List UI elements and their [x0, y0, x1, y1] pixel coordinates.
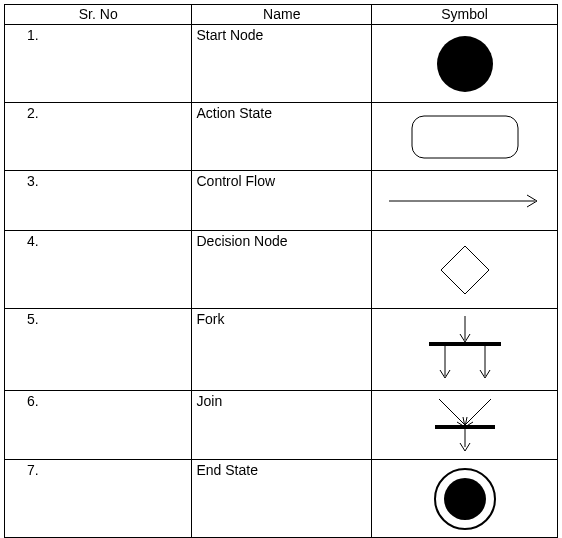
- svg-line-9: [465, 399, 491, 425]
- svg-rect-1: [412, 116, 518, 158]
- uml-symbols-table: Sr. No Name Symbol 1. Start Node 2. Acti…: [4, 4, 558, 538]
- svg-point-0: [437, 36, 493, 92]
- table-row: 2. Action State: [5, 103, 558, 171]
- table-row: 1. Start Node: [5, 25, 558, 103]
- cell-name: Fork: [192, 309, 372, 391]
- cell-symbol: [372, 309, 558, 391]
- table-row: 4. Decision Node: [5, 231, 558, 309]
- cell-symbol: [372, 25, 558, 103]
- cell-sr: 1.: [5, 25, 192, 103]
- svg-point-13: [444, 478, 486, 520]
- decision-node-icon: [437, 242, 493, 298]
- cell-symbol: [372, 391, 558, 460]
- cell-sr: 7.: [5, 460, 192, 538]
- table-row: 6. Join: [5, 391, 558, 460]
- cell-symbol: [372, 171, 558, 231]
- cell-name: Join: [192, 391, 372, 460]
- table-header-row: Sr. No Name Symbol: [5, 5, 558, 25]
- svg-line-8: [439, 399, 465, 425]
- cell-name: End State: [192, 460, 372, 538]
- svg-rect-5: [429, 342, 501, 346]
- cell-name: Decision Node: [192, 231, 372, 309]
- join-icon: [415, 395, 515, 455]
- cell-symbol: [372, 231, 558, 309]
- action-state-icon: [410, 114, 520, 160]
- cell-sr: 5.: [5, 309, 192, 391]
- table-row: 5. Fork: [5, 309, 558, 391]
- svg-marker-3: [441, 246, 489, 294]
- cell-name: Start Node: [192, 25, 372, 103]
- fork-icon: [415, 314, 515, 386]
- cell-name: Action State: [192, 103, 372, 171]
- header-symbol: Symbol: [372, 5, 558, 25]
- cell-sr: 3.: [5, 171, 192, 231]
- cell-sr: 6.: [5, 391, 192, 460]
- header-sr: Sr. No: [5, 5, 192, 25]
- cell-name: Control Flow: [192, 171, 372, 231]
- cell-symbol: [372, 103, 558, 171]
- table-row: 3. Control Flow: [5, 171, 558, 231]
- cell-sr: 4.: [5, 231, 192, 309]
- start-node-icon: [433, 32, 497, 96]
- end-state-icon: [432, 466, 498, 532]
- cell-symbol: [372, 460, 558, 538]
- table-row: 7. End State: [5, 460, 558, 538]
- control-flow-icon: [385, 191, 545, 211]
- cell-sr: 2.: [5, 103, 192, 171]
- header-name: Name: [192, 5, 372, 25]
- svg-rect-10: [435, 425, 495, 429]
